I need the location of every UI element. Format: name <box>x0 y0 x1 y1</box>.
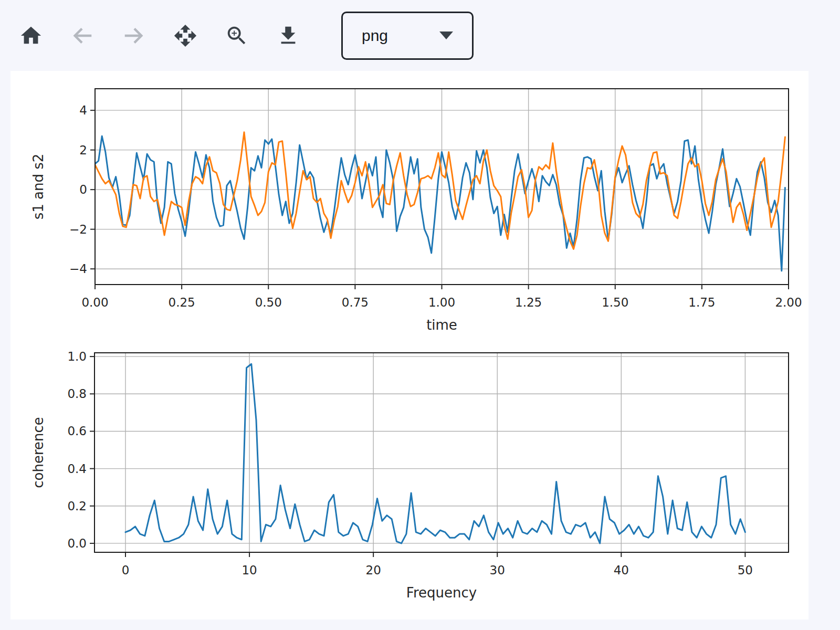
y-tick-label: 0.0 <box>67 537 87 550</box>
x-tick-label: 0.75 <box>342 296 369 309</box>
x-tick-label: 10 <box>242 563 257 577</box>
series-group <box>125 364 745 543</box>
series-s1 <box>95 136 785 271</box>
x-axis-label: time <box>426 317 457 333</box>
zoom-in-icon <box>225 41 249 49</box>
chevron-down-icon <box>439 32 453 39</box>
move-icon <box>173 41 197 49</box>
y-tick-label: −2 <box>69 223 87 236</box>
y-axis-label: s1 and s2 <box>30 154 46 220</box>
pan-button[interactable] <box>173 24 197 48</box>
series-coherence <box>125 364 745 543</box>
arrow-right-icon <box>122 41 146 49</box>
y-tick-label: 4 <box>79 103 87 117</box>
x-tick-label: 0.50 <box>255 296 282 309</box>
x-tick-label: 40 <box>614 563 629 577</box>
x-tick-label: 30 <box>490 563 505 577</box>
x-tick-label: 0.25 <box>169 296 195 309</box>
y-tick-label: 1.0 <box>67 350 87 363</box>
x-axis-label: Frequency <box>406 585 477 601</box>
format-select[interactable]: png <box>341 12 474 60</box>
series-group <box>95 132 785 271</box>
x-tick-label: 50 <box>738 563 753 577</box>
back-button[interactable] <box>70 24 94 48</box>
home-icon <box>19 41 43 49</box>
x-tick-label: 1.75 <box>688 296 715 309</box>
x-tick-label: 0 <box>122 563 130 577</box>
y-tick-label: 0 <box>79 183 87 196</box>
y-tick-label: 0.2 <box>67 499 87 513</box>
arrow-left-icon <box>70 41 94 49</box>
forward-button[interactable] <box>122 24 146 48</box>
download-button[interactable] <box>276 24 300 48</box>
figure-canvas[interactable]: 0.000.250.500.751.001.251.501.752.00−4−2… <box>10 71 808 620</box>
x-tick-label: 1.00 <box>428 296 455 309</box>
x-tick-label: 1.50 <box>602 296 628 309</box>
y-tick-label: 0.6 <box>67 424 87 438</box>
signals-chart[interactable]: 0.000.250.500.751.001.251.501.752.00−4−2… <box>10 71 808 344</box>
plot-toolbar: png <box>0 0 840 71</box>
format-select-value: png <box>362 27 388 45</box>
y-axis-label: coherence <box>30 417 46 488</box>
y-tick-label: 0.8 <box>67 387 87 401</box>
coherence-chart[interactable]: 010203040500.00.20.40.60.81.0Frequencyco… <box>10 344 808 620</box>
x-tick-label: 20 <box>366 563 381 577</box>
y-tick-label: 0.4 <box>67 462 87 476</box>
y-tick-label: 2 <box>79 143 87 157</box>
x-tick-label: 1.25 <box>515 296 542 309</box>
x-tick-label: 2.00 <box>775 296 802 309</box>
y-tick-label: −4 <box>69 262 87 276</box>
x-tick-label: 0.00 <box>81 296 108 309</box>
download-icon <box>276 41 300 49</box>
zoom-button[interactable] <box>225 24 249 48</box>
home-button[interactable] <box>19 24 43 48</box>
